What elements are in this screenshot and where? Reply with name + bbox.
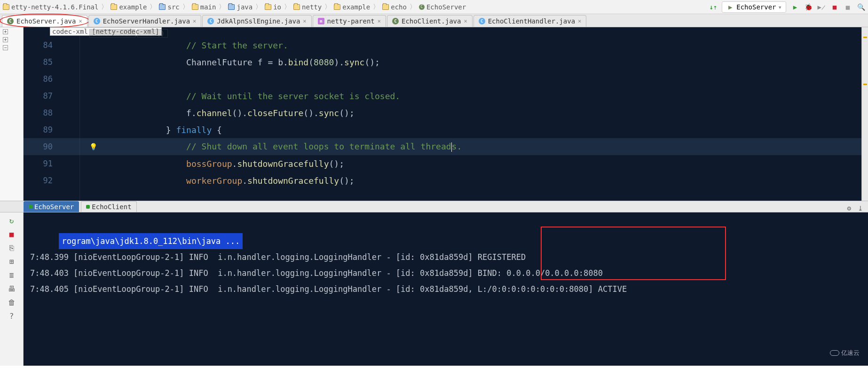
code-line[interactable]: 89 } finally { (24, 121, 868, 138)
debug-button[interactable]: 🐞 (804, 3, 813, 11)
project-tree-gutter[interactable]: + + − (0, 27, 24, 201)
code-line[interactable]: 92 workerGroup.shutdownGracefully(); (24, 172, 868, 189)
run-settings-icon[interactable]: ⚙ (847, 204, 851, 212)
breadcrumb-item[interactable]: java (228, 3, 253, 11)
line-text: f.channel().closeFuture().sync(); (69, 108, 355, 118)
close-icon[interactable]: × (79, 18, 82, 24)
close-icon[interactable]: × (193, 18, 196, 24)
breadcrumb-separator: 〉 (410, 3, 416, 11)
run-tab-label: EchoClient (92, 203, 131, 211)
tree-expand-icon[interactable]: + (3, 37, 8, 42)
breadcrumb-item[interactable]: example (110, 3, 147, 11)
code-line[interactable]: 84 // Start the server. (24, 37, 868, 54)
breadcrumb-item[interactable]: main (192, 3, 216, 11)
close-icon[interactable]: × (378, 18, 381, 24)
line-text: } finally { (69, 125, 222, 135)
run-config-selector[interactable]: ▶ EchoServer ▾ (722, 1, 786, 13)
scroll-marker (863, 84, 867, 85)
line-text: ChannelFuture f = b.bind(8080).sync(); (69, 57, 380, 67)
file-type-icon: m (318, 18, 324, 24)
line-number: 90 (24, 142, 69, 151)
line-text: bossGroup.shutdownGracefully(); (69, 159, 344, 169)
console-command: rogram\java\jdk1.8.0_112\bin\java ... (59, 233, 243, 249)
print-button[interactable]: 🖶 (8, 284, 16, 293)
line-number: 86 (24, 74, 69, 84)
breadcrumb-separator: 〉 (284, 3, 291, 11)
line-text: // Wait until the server socket is close… (69, 91, 400, 101)
editor-tab[interactable]: CEchoServerHandler.java× (88, 15, 202, 27)
code-line[interactable]: 85 ChannelFuture f = b.bind(8080).sync()… (24, 54, 868, 71)
filter-button[interactable]: ≣ (9, 271, 14, 280)
editor-tab[interactable]: CEchoClient.java× (387, 15, 473, 27)
dump-button[interactable]: ⎘ (9, 243, 14, 252)
rerun-button[interactable]: ↻ (9, 216, 14, 225)
console-output[interactable]: rogram\java\jdk1.8.0_112\bin\java ... 7:… (24, 212, 868, 366)
stop-button[interactable]: ■ (9, 230, 14, 239)
code-editor[interactable]: codec-xml [netty-codec-xml] EchoServer m… (24, 27, 868, 201)
tab-label: JdkAlpnSslEngine.java (217, 17, 300, 25)
folder-icon (3, 4, 9, 10)
breadcrumb-item[interactable]: CEchoServer (419, 3, 466, 11)
code-breadcrumb-class[interactable]: EchoServer (89, 29, 135, 38)
update-icon[interactable]: ↓⇡ (709, 3, 717, 11)
breadcrumb-item[interactable]: example (334, 3, 370, 11)
breadcrumb-item[interactable]: io (265, 3, 281, 11)
code-line[interactable]: 87 // Wait until the server socket is cl… (24, 87, 868, 104)
layout-button[interactable]: ⊞ (9, 257, 14, 266)
code-line[interactable]: 86 (24, 71, 868, 87)
line-text: workerGroup.shutdownGracefully(); (69, 176, 355, 186)
file-type-icon: C (479, 18, 485, 24)
run-tab[interactable]: EchoClient (81, 201, 136, 212)
breadcrumb-separator: 〉 (255, 3, 262, 11)
coverage-button[interactable]: ▶̷ (817, 3, 826, 11)
close-icon[interactable]: × (303, 18, 306, 24)
breadcrumb-item[interactable]: src (159, 3, 179, 11)
code-breadcrumb-method[interactable]: main() (137, 29, 168, 38)
run-tab[interactable]: EchoServer (24, 201, 79, 212)
code-lines[interactable]: 84 // Start the server.85 ChannelFuture … (24, 37, 868, 189)
breadcrumb-separator: 〉 (373, 3, 379, 11)
breadcrumb-separator: 〉 (182, 3, 189, 11)
breadcrumb-separator: 〉 (324, 3, 331, 11)
close-icon[interactable]: × (464, 18, 467, 24)
file-type-icon: C (392, 18, 399, 24)
run-minimize-icon[interactable]: ⤓ (858, 204, 863, 212)
folder-icon (110, 4, 117, 10)
breadcrumb-separator: 〉 (150, 3, 156, 11)
layout-button[interactable]: ▦ (844, 3, 852, 11)
help-button[interactable]: ? (9, 312, 14, 321)
close-icon[interactable]: × (578, 18, 581, 24)
folder-icon (192, 4, 198, 10)
editor-scrollbar[interactable] (861, 27, 868, 201)
search-button[interactable]: 🔍 (857, 3, 865, 11)
folder-icon (265, 4, 271, 10)
run-button[interactable]: ▶ (791, 3, 799, 11)
breadcrumb-item[interactable]: echo (382, 3, 407, 11)
file-type-icon: C (207, 18, 214, 24)
run-status-icon (86, 205, 90, 209)
dropdown-icon: ▾ (778, 3, 782, 11)
folder-icon (293, 4, 300, 10)
editor-tabs: CEchoServer.java×CEchoServerHandler.java… (0, 14, 868, 27)
editor-tab[interactable]: CEchoClientHandler.java× (473, 15, 587, 27)
breadcrumb-item[interactable]: etty-netty-4.1.6.Final (3, 3, 98, 11)
code-line[interactable]: 90💡 // Shut down all event loops to term… (24, 138, 868, 155)
run-config-icon: ▶ (726, 3, 734, 11)
code-line[interactable]: 91 bossGroup.shutdownGracefully(); (24, 155, 868, 172)
folder-icon (334, 4, 340, 10)
run-tab-label: EchoServer (34, 203, 74, 211)
tree-collapse-icon[interactable]: − (3, 45, 8, 50)
intention-bulb-icon[interactable]: 💡 (89, 143, 97, 150)
editor-tab[interactable]: CEchoServer.java× (2, 15, 87, 27)
tree-expand-icon[interactable]: + (3, 29, 8, 34)
code-line[interactable]: 88 f.channel().closeFuture().sync(); (24, 104, 868, 121)
line-text: // Shut down all event loops to terminat… (69, 141, 462, 152)
editor-tab[interactable]: mnetty-parent× (313, 15, 386, 27)
folder-icon (159, 4, 166, 10)
line-number: 89 (24, 125, 69, 134)
tab-label: netty-parent (327, 17, 375, 25)
editor-tab[interactable]: CJdkAlpnSslEngine.java× (202, 15, 311, 27)
stop-button[interactable]: ■ (830, 3, 839, 11)
trash-button[interactable]: 🗑 (8, 298, 16, 307)
breadcrumb-item[interactable]: netty (293, 3, 322, 11)
